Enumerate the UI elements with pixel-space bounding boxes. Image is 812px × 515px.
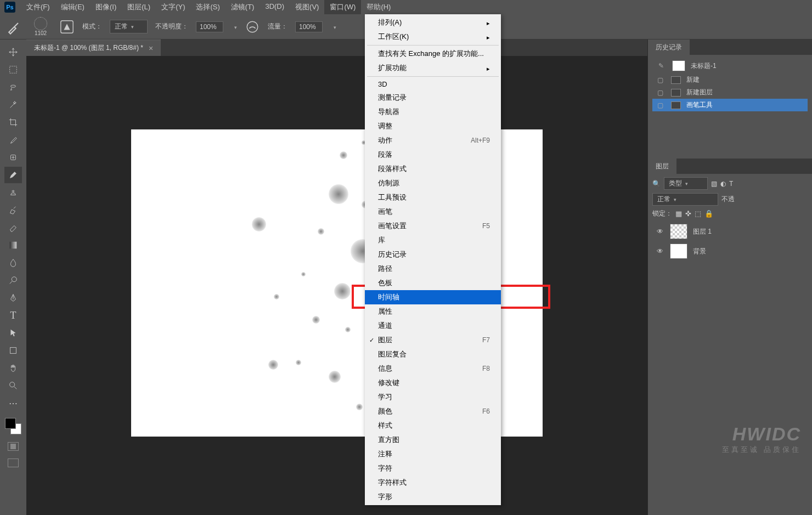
- magic-wand-tool[interactable]: [4, 97, 22, 113]
- menu-item-图层[interactable]: 图层F7: [365, 333, 501, 347]
- menu-item-注释[interactable]: 注释: [365, 447, 501, 461]
- opacity-chevron-icon[interactable]: [231, 23, 237, 31]
- filter-type-icon[interactable]: T: [729, 180, 733, 188]
- menu-5[interactable]: 选择(S): [190, 0, 225, 14]
- zoom-tool[interactable]: [4, 377, 22, 394]
- pen-tool[interactable]: [4, 290, 22, 306]
- document-tab[interactable]: 未标题-1 @ 100% (图层 1, RGB/8#) * ×: [26, 39, 161, 56]
- visibility-icon[interactable]: 👁: [656, 228, 664, 235]
- menu-item-色板[interactable]: 色板: [365, 276, 501, 290]
- gradient-tool[interactable]: [4, 237, 22, 253]
- quick-mask-toggle[interactable]: [8, 442, 19, 451]
- close-icon[interactable]: ×: [149, 44, 153, 53]
- menu-item-直方图[interactable]: 直方图: [365, 433, 501, 447]
- brush-tool[interactable]: [4, 167, 22, 183]
- lock-position-icon[interactable]: ✜: [685, 210, 691, 218]
- menu-item-导航器[interactable]: 导航器: [365, 105, 501, 119]
- menu-item-工作区(K)[interactable]: 工作区(K): [365, 30, 501, 44]
- menu-item-段落样式[interactable]: 段落样式: [365, 162, 501, 176]
- type-tool[interactable]: T: [4, 307, 22, 324]
- healing-brush-tool[interactable]: [4, 149, 22, 166]
- menu-4[interactable]: 文字(Y): [156, 0, 190, 14]
- path-selection-tool[interactable]: [4, 325, 22, 341]
- crop-tool[interactable]: [4, 114, 22, 131]
- history-brush-tool[interactable]: [4, 202, 22, 218]
- tool-preset-icon[interactable]: [7, 19, 22, 35]
- menu-1[interactable]: 编辑(E): [55, 0, 90, 14]
- canvas-viewport[interactable]: [26, 56, 647, 515]
- layer-row[interactable]: 👁图层 1: [652, 222, 808, 241]
- menu-10[interactable]: 帮助(H): [361, 0, 396, 14]
- layer-row[interactable]: 👁背景: [652, 241, 808, 261]
- eyedropper-tool[interactable]: [4, 132, 22, 148]
- history-step[interactable]: ▢画笔工具: [652, 99, 808, 111]
- pressure-opacity-icon[interactable]: [245, 19, 260, 35]
- hand-tool[interactable]: [4, 360, 22, 376]
- flow-chevron-icon[interactable]: [330, 23, 336, 31]
- menu-item-工具预设[interactable]: 工具预设: [365, 190, 501, 205]
- menu-item-调整[interactable]: 调整: [365, 119, 501, 133]
- menu-3[interactable]: 图层(L): [122, 0, 156, 14]
- history-tab[interactable]: 历史记录: [648, 39, 690, 55]
- lasso-tool[interactable]: [4, 79, 22, 95]
- brush-preset-picker[interactable]: 1102: [30, 16, 52, 38]
- menu-item-时间轴[interactable]: 时间轴: [365, 290, 501, 304]
- menu-0[interactable]: 文件(F): [21, 0, 55, 14]
- menu-7[interactable]: 3D(D): [260, 0, 290, 14]
- history-snapshot[interactable]: ✎ 未标题-1: [652, 58, 808, 73]
- brush-settings-icon[interactable]: [59, 19, 75, 35]
- move-tool[interactable]: [4, 44, 22, 60]
- layers-tab[interactable]: 图层: [648, 159, 676, 174]
- history-step[interactable]: ▢新建图层: [652, 86, 808, 99]
- menu-item-属性[interactable]: 属性: [365, 304, 501, 319]
- menu-item-信息[interactable]: 信息F8: [365, 361, 501, 376]
- eraser-tool[interactable]: [4, 219, 22, 236]
- lock-pixels-icon[interactable]: ▦: [675, 210, 682, 218]
- menu-item-库[interactable]: 库: [365, 233, 501, 247]
- menu-item-查找有关 Exchange 的扩展功能...[interactable]: 查找有关 Exchange 的扩展功能...: [365, 47, 501, 61]
- menu-item-历史记录[interactable]: 历史记录: [365, 247, 501, 262]
- filter-adjust-icon[interactable]: ◐: [720, 180, 726, 188]
- lock-artboard-icon[interactable]: ⬚: [695, 210, 701, 218]
- menu-9[interactable]: 窗口(W): [324, 0, 361, 14]
- clone-stamp-tool[interactable]: [4, 184, 22, 201]
- visibility-icon[interactable]: 👁: [656, 247, 664, 255]
- menu-item-动作[interactable]: 动作Alt+F9: [365, 133, 501, 148]
- color-swatch[interactable]: [5, 418, 21, 434]
- menu-item-排列(A)[interactable]: 排列(A): [365, 15, 501, 30]
- menu-item-图层复合[interactable]: 图层复合: [365, 347, 501, 361]
- dodge-tool[interactable]: [4, 272, 22, 288]
- menu-item-画笔设置[interactable]: 画笔设置F5: [365, 219, 501, 233]
- menu-item-样式[interactable]: 样式: [365, 418, 501, 433]
- blend-mode-dropdown[interactable]: 正常: [652, 193, 718, 206]
- layer-filter-dropdown[interactable]: 类型: [664, 177, 708, 190]
- menu-6[interactable]: 滤镜(T): [225, 0, 260, 14]
- flow-field[interactable]: 100%: [295, 21, 323, 32]
- filter-pixel-icon[interactable]: ▧: [711, 180, 717, 188]
- menu-item-画笔[interactable]: 画笔: [365, 205, 501, 219]
- menu-item-段落[interactable]: 段落: [365, 148, 501, 162]
- menu-item-字符样式[interactable]: 字符样式: [365, 476, 501, 490]
- menu-item-3D[interactable]: 3D: [365, 78, 501, 90]
- screen-mode-toggle[interactable]: [8, 459, 19, 467]
- opacity-field[interactable]: 100%: [196, 21, 223, 32]
- menu-item-通道[interactable]: 通道: [365, 319, 501, 333]
- menu-item-字符[interactable]: 字符: [365, 461, 501, 476]
- menu-2[interactable]: 图像(I): [90, 0, 122, 14]
- menu-item-学习[interactable]: 学习: [365, 390, 501, 404]
- menu-item-仿制源[interactable]: 仿制源: [365, 176, 501, 190]
- lock-all-icon[interactable]: 🔒: [704, 210, 713, 218]
- menu-8[interactable]: 视图(V): [290, 0, 324, 14]
- menu-item-扩展功能[interactable]: 扩展功能: [365, 61, 501, 75]
- history-step[interactable]: ▢新建: [652, 73, 808, 86]
- rectangle-tool[interactable]: [4, 342, 22, 359]
- edit-toolbar-icon[interactable]: ⋯: [4, 395, 22, 411]
- menu-item-字形[interactable]: 字形: [365, 490, 501, 504]
- menu-item-路径[interactable]: 路径: [365, 262, 501, 276]
- menu-item-颜色[interactable]: 颜色F6: [365, 404, 501, 418]
- blur-tool[interactable]: [4, 254, 22, 271]
- menu-item-修改键[interactable]: 修改键: [365, 376, 501, 390]
- blend-mode-dropdown[interactable]: 正常: [110, 20, 148, 33]
- foreground-color[interactable]: [5, 418, 16, 429]
- menu-item-测量记录[interactable]: 测量记录: [365, 90, 501, 105]
